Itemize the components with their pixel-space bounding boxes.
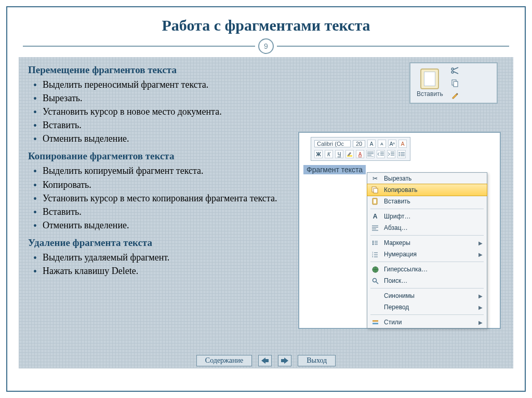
- menu-label: Абзац…: [384, 224, 408, 231]
- menu-item-paragraph[interactable]: Абзац…: [367, 222, 487, 234]
- grow-font-icon[interactable]: A: [367, 140, 376, 148]
- menu-item-styles[interactable]: Стили ▶: [367, 317, 487, 328]
- prev-button[interactable]: [258, 355, 272, 366]
- arrow-right-icon: [281, 358, 288, 364]
- search-icon: [370, 277, 380, 285]
- divider: 9: [23, 38, 509, 54]
- contents-button[interactable]: Содержание: [196, 355, 252, 366]
- menu-label: Вырезать: [384, 175, 411, 182]
- bullets-tb-icon[interactable]: [397, 150, 406, 158]
- copy-icon[interactable]: [450, 78, 460, 88]
- submenu-arrow-icon: ▶: [478, 240, 483, 246]
- nav-bar: Содержание Выход: [19, 355, 513, 366]
- clipboard-side-column: [450, 66, 460, 100]
- bold-button[interactable]: Ж: [314, 150, 323, 158]
- menu-label: Копировать: [384, 186, 418, 194]
- menu-separator: [370, 314, 484, 315]
- paste-label: Вставить: [417, 90, 443, 98]
- paste-icon: [370, 197, 380, 205]
- italic-button[interactable]: К: [325, 150, 333, 158]
- styles-icon: [370, 318, 380, 326]
- underline-button[interactable]: Ч: [335, 150, 343, 158]
- svg-text:3: 3: [372, 255, 374, 257]
- svg-rect-9: [374, 199, 376, 203]
- font-icon: A: [370, 212, 380, 221]
- globe-icon: [370, 265, 380, 273]
- bullet-list-icon: [398, 152, 405, 157]
- indent-icon: [388, 152, 394, 157]
- slide-frame: Работа с фрагментами текста 9 Перемещени…: [6, 6, 526, 392]
- scissors-icon: [451, 66, 459, 75]
- menu-label: Нумерация: [384, 251, 417, 258]
- bullets-icon: [370, 239, 380, 247]
- menu-separator: [370, 262, 484, 262]
- cut-icon[interactable]: [450, 66, 460, 75]
- menu-item-cut[interactable]: ✂ Вырезать: [367, 173, 487, 184]
- svg-point-10: [373, 241, 374, 242]
- change-case-icon[interactable]: Aᵃ: [388, 140, 396, 148]
- clipboard-icon: [420, 68, 439, 89]
- svg-rect-19: [373, 323, 378, 324]
- svg-rect-7: [374, 188, 378, 193]
- highlight-icon[interactable]: [345, 150, 354, 158]
- svg-point-4: [399, 154, 400, 155]
- highlighter-icon: [347, 151, 353, 157]
- indent-inc-icon[interactable]: [387, 150, 395, 158]
- divider-line-left: [23, 46, 255, 47]
- paste-column: Вставить: [417, 68, 443, 98]
- divider-line-right: [277, 46, 509, 47]
- mini-toolbar: Calibri (Ос 20 A A Aᵃ A Ж К Ч A: [311, 137, 410, 161]
- scissors-icon: ✂: [370, 174, 380, 183]
- menu-label: Поиск…: [384, 277, 407, 284]
- list-item: Вставить.: [31, 118, 504, 132]
- menu-label: Гиперссылка…: [384, 266, 428, 273]
- slide-title: Работа с фрагментами текста: [7, 17, 525, 34]
- menu-label: Шрифт…: [384, 213, 410, 220]
- font-color-icon[interactable]: A: [356, 150, 364, 158]
- menu-separator: [370, 235, 484, 236]
- blank-icon: [370, 292, 380, 300]
- menu-label: Стили: [384, 319, 402, 326]
- menu-item-hyperlink[interactable]: Гиперссылка…: [367, 264, 487, 275]
- indent-dec-icon[interactable]: [377, 150, 385, 158]
- menu-item-search[interactable]: Поиск…: [367, 275, 487, 286]
- slide-number-badge: 9: [258, 38, 274, 54]
- exit-button[interactable]: Выход: [298, 355, 336, 366]
- svg-point-3: [399, 152, 400, 153]
- menu-item-bullets[interactable]: Маркеры ▶: [367, 237, 487, 249]
- outdent-icon: [378, 152, 384, 157]
- word-panel: Calibri (Ос 20 A A Aᵃ A Ж К Ч A: [298, 132, 501, 329]
- numbering-icon: 123: [370, 250, 380, 258]
- menu-item-synonyms[interactable]: Синонимы ▶: [367, 290, 487, 301]
- shrink-font-icon[interactable]: A: [378, 140, 386, 148]
- menu-item-translate[interactable]: Перевод ▶: [367, 301, 487, 313]
- blank-icon: [370, 303, 380, 311]
- context-menu: ✂ Вырезать Копировать Вставить: [367, 172, 487, 328]
- svg-rect-1: [454, 81, 458, 87]
- clear-format-icon[interactable]: A: [398, 140, 407, 148]
- svg-point-5: [399, 155, 400, 156]
- font-name-field[interactable]: Calibri (Ос: [314, 140, 351, 147]
- align-icon[interactable]: [366, 150, 375, 158]
- menu-separator: [370, 288, 484, 289]
- menu-item-paste[interactable]: Вставить: [367, 196, 487, 207]
- svg-rect-18: [373, 320, 378, 322]
- align-lines-icon: [367, 152, 374, 157]
- arrow-left-icon: [261, 358, 269, 364]
- copy-icon: [370, 186, 380, 194]
- svg-point-12: [373, 244, 374, 245]
- menu-separator: [370, 209, 484, 209]
- office-clipboard-group: Вставить: [409, 62, 498, 104]
- copy-docs-icon: [451, 79, 459, 87]
- selected-text: Фрагмент текста: [303, 165, 366, 174]
- menu-label: Перевод: [384, 304, 409, 311]
- next-button[interactable]: [278, 355, 291, 366]
- menu-item-numbering[interactable]: 123 Нумерация ▶: [367, 249, 487, 260]
- menu-item-font[interactable]: A Шрифт…: [367, 211, 487, 222]
- format-painter-icon[interactable]: [450, 91, 460, 100]
- svg-point-11: [373, 242, 374, 243]
- font-size-field[interactable]: 20: [353, 140, 365, 147]
- menu-label: Маркеры: [384, 239, 410, 246]
- menu-item-copy[interactable]: Копировать: [367, 184, 487, 196]
- svg-point-17: [373, 278, 376, 282]
